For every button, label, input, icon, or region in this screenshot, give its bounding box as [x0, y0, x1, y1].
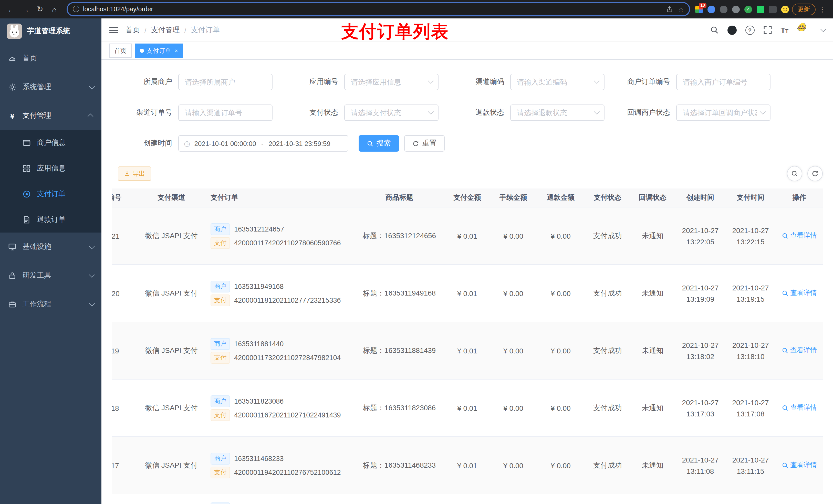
- create-time-range-picker[interactable]: ◷ 2021-10-01 00:00:00 - 2021-10-31 23:59…: [178, 135, 348, 152]
- github-icon[interactable]: [727, 25, 736, 34]
- extension-icon[interactable]: ✓: [744, 5, 752, 13]
- breadcrumb-section[interactable]: 支付管理: [151, 25, 180, 34]
- view-detail-link[interactable]: 查看详情: [782, 231, 817, 240]
- extension-icon[interactable]: 10: [695, 5, 703, 13]
- cell-amount: ¥ 0.01: [444, 207, 490, 265]
- cell-callback-status: 未通知: [630, 379, 675, 437]
- bookmark-star-icon[interactable]: ☆: [678, 5, 684, 13]
- cell-pay-status: 支付成功: [585, 207, 630, 265]
- dashboard-icon: [8, 54, 16, 63]
- document-icon: [23, 216, 31, 224]
- font-size-icon[interactable]: TT: [781, 26, 788, 34]
- browser-menu-icon[interactable]: ⋮: [815, 5, 829, 13]
- callback-status-select[interactable]: [676, 104, 770, 121]
- search-icon: [791, 170, 798, 177]
- merchant-tag: 商户: [211, 223, 230, 235]
- reload-icon[interactable]: ↻: [33, 2, 47, 16]
- refund-status-select[interactable]: [510, 104, 604, 121]
- table-row: 117 微信 JSAPI 支付 商户 1635311468233 支付 4200…: [112, 437, 823, 494]
- merchant-order-no: 1635311468233: [234, 455, 284, 462]
- cell-title: 标题：1635311949168: [355, 265, 444, 322]
- filter-label-channel-order-no: 渠道订单号: [118, 108, 178, 117]
- extension-icon[interactable]: [720, 5, 728, 13]
- refresh-button[interactable]: [807, 166, 823, 181]
- back-icon[interactable]: ←: [4, 2, 19, 16]
- cell-pay-order: 商户 1635312124657 支付 42000011742021102780…: [209, 207, 355, 265]
- sidebar-item-refund-order[interactable]: 退款订单: [0, 207, 101, 233]
- cell-pay-order: 商户 1635311823086 支付 42000011672021102710…: [209, 379, 355, 437]
- channel-code-select[interactable]: [510, 74, 604, 90]
- export-button[interactable]: 导出: [118, 166, 151, 181]
- browser-update-button[interactable]: 更新: [792, 3, 815, 15]
- cell-pay-time: 2021-10-2713:22:15: [725, 207, 776, 265]
- channel-order-no-input[interactable]: [178, 104, 272, 121]
- active-dot: [140, 49, 144, 53]
- app-no-select[interactable]: [344, 74, 438, 90]
- chevron-down-icon: [594, 78, 600, 84]
- cell-pay-status: [585, 494, 630, 504]
- avatar-dropdown-icon[interactable]: [820, 26, 826, 32]
- cell-channel: [134, 494, 209, 504]
- emoji-extension-icon[interactable]: [781, 5, 789, 13]
- sidebar-item-payment[interactable]: ¥ 支付管理: [0, 101, 101, 130]
- toggle-search-button[interactable]: [787, 166, 802, 181]
- col-actions: 操作: [776, 189, 823, 207]
- gear-icon: [8, 83, 16, 91]
- search-icon: [782, 290, 788, 296]
- reset-button[interactable]: 重置: [404, 135, 445, 152]
- search-icon[interactable]: [710, 26, 718, 34]
- tab-home[interactable]: 首页: [109, 44, 132, 58]
- chevron-down-icon: [89, 83, 95, 89]
- extension-icon[interactable]: [732, 5, 740, 13]
- cell-refund: ¥ 0.00: [537, 265, 585, 322]
- pay-tag: 支付: [211, 466, 230, 478]
- sidebar-item-dev-tools[interactable]: 研发工具: [0, 261, 101, 290]
- merchant-order-no-input[interactable]: [676, 74, 770, 90]
- view-detail-link[interactable]: 查看详情: [782, 403, 817, 413]
- grid-icon: [23, 164, 31, 173]
- breadcrumb-home[interactable]: 首页: [125, 25, 140, 34]
- extension-badge: 10: [699, 3, 707, 8]
- cell-actions: 查看详情: [776, 437, 823, 494]
- share-icon[interactable]: [666, 6, 673, 13]
- close-tab-icon[interactable]: ×: [175, 48, 178, 54]
- user-avatar[interactable]: [797, 22, 812, 38]
- cell-pay-order: 商户 1635311949168 支付 42000011812021102777…: [209, 265, 355, 322]
- forward-icon[interactable]: →: [19, 2, 33, 16]
- sidebar-item-app-info[interactable]: 应用信息: [0, 156, 101, 181]
- filter-label-channel-code: 渠道编码: [450, 77, 510, 87]
- pay-order-no: 4200001167202110271022491439: [234, 411, 341, 419]
- cell-actions: 查看详情: [776, 265, 823, 322]
- help-icon[interactable]: ?: [745, 25, 754, 34]
- sidebar-item-workflow[interactable]: 工作流程: [0, 290, 101, 318]
- sidebar-item-system[interactable]: 系统管理: [0, 73, 101, 101]
- view-detail-link[interactable]: 查看详情: [782, 289, 817, 298]
- pay-order-no: 4200001174202110278060590766: [234, 239, 341, 247]
- col-refund: 退款金额: [537, 189, 585, 207]
- filter-label-callback-status: 回调商户状态: [616, 108, 676, 117]
- sidebar-item-home[interactable]: 首页: [0, 44, 101, 73]
- merchant-select[interactable]: [178, 74, 272, 90]
- tab-pay-order[interactable]: 支付订单 ×: [135, 44, 183, 58]
- filter-label-merchant: 所属商户: [118, 77, 178, 87]
- pay-status-select[interactable]: [344, 104, 438, 121]
- extension-icon[interactable]: [708, 5, 715, 13]
- pay-tag: 支付: [211, 237, 230, 249]
- search-button[interactable]: 搜索: [359, 135, 399, 152]
- sidebar-item-infrastructure[interactable]: 基础设施: [0, 233, 101, 261]
- site-info-icon[interactable]: ⓘ: [73, 5, 79, 14]
- cell-create-time: 2021-10-2713:11:08: [675, 437, 725, 494]
- view-detail-link[interactable]: 查看详情: [782, 461, 817, 470]
- home-icon[interactable]: ⌂: [47, 2, 62, 16]
- address-bar[interactable]: ⓘ localhost:1024/pay/order ☆: [67, 2, 690, 16]
- extension-icon[interactable]: [757, 5, 764, 13]
- fullscreen-icon[interactable]: [763, 26, 772, 34]
- cell-actions: 查看详情: [776, 494, 823, 504]
- extensions-area: 10 ✓: [695, 5, 789, 13]
- puzzle-icon[interactable]: [769, 5, 777, 13]
- app-logo: 芋道管理系统: [0, 19, 101, 44]
- collapse-sidebar-icon[interactable]: [109, 25, 118, 34]
- sidebar-item-merchant-info[interactable]: 商户信息: [0, 130, 101, 156]
- sidebar-item-pay-order[interactable]: 支付订单: [0, 181, 101, 207]
- view-detail-link[interactable]: 查看详情: [782, 346, 817, 355]
